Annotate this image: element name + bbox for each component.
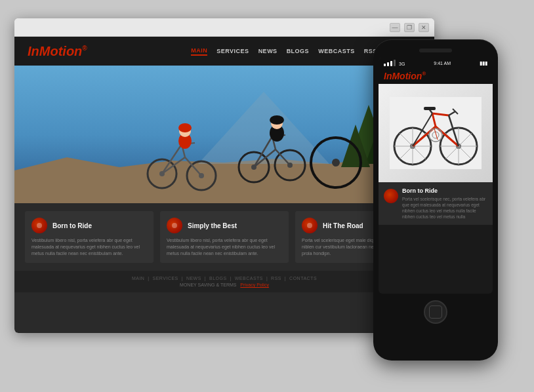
browser-close-button[interactable]: ✕ xyxy=(419,23,429,32)
phone-home-button[interactable] xyxy=(424,300,447,324)
svg-point-18 xyxy=(178,123,192,132)
phone-logo-prefix: In xyxy=(384,71,392,81)
desktop-browser: — ❐ ✕ InMotion® MAIN SERVICES NEWS BLOGS… xyxy=(14,18,434,333)
card-icon-1 xyxy=(31,218,47,233)
phone-hero-image xyxy=(379,84,493,182)
nav-news[interactable]: NEWS xyxy=(258,48,277,54)
footer-nav: MAIN | SERVICES | NEWS | BLOGS | WEBCAST… xyxy=(25,276,424,281)
browser-titlebar: — ❐ ✕ xyxy=(14,18,434,37)
nav-services[interactable]: SERVICES xyxy=(216,48,249,54)
phone-card-icon xyxy=(384,189,398,203)
card-text-2: Vestibulum libero nisl, porta velefera a… xyxy=(167,237,282,256)
card-title-1: Born to Ride xyxy=(52,222,92,229)
svg-rect-55 xyxy=(424,107,436,110)
card-header-2: Simply the Best xyxy=(167,218,282,233)
phone-logo-brand: Motion xyxy=(392,71,422,81)
nav-blogs[interactable]: BLOGS xyxy=(287,48,310,54)
card-title-2: Simply the Best xyxy=(188,222,237,229)
savings-text: MONEY SAVING xyxy=(180,283,215,287)
nav-webcasts[interactable]: WEBCASTS xyxy=(318,48,355,54)
signal-bar-2 xyxy=(387,62,389,66)
cards-row: Born to Ride Vestibulum libero nisl, por… xyxy=(14,203,434,271)
phone-screen: 3G 9:41 AM ▮▮▮ InMotion® xyxy=(379,58,493,294)
card-header-1: Born to Ride xyxy=(31,218,147,233)
site-footer: MAIN | SERVICES | NEWS | BLOGS | WEBCAST… xyxy=(14,271,434,292)
phone-card-title: Born to Ride xyxy=(402,187,487,194)
signal-bar-4 xyxy=(394,60,396,66)
site-header: InMotion® MAIN SERVICES NEWS BLOGS WEBCA… xyxy=(14,37,434,66)
logo-brand: Motion xyxy=(39,44,83,58)
nav-main[interactable]: MAIN xyxy=(191,47,207,56)
privacy-policy-link[interactable]: Privacy Policy xyxy=(240,283,269,287)
site-logo: InMotion® xyxy=(28,44,87,59)
browser-content: InMotion® MAIN SERVICES NEWS BLOGS WEBCA… xyxy=(14,37,434,333)
phone-card-content: Born to Ride Porta vel scelerisque nec, … xyxy=(402,187,487,220)
svg-point-32 xyxy=(332,159,340,167)
phone-status-bar: 3G 9:41 AM ▮▮▮ xyxy=(379,58,493,68)
phone-time: 9:41 AM xyxy=(434,61,451,66)
scene: — ❐ ✕ InMotion® MAIN SERVICES NEWS BLOGS… xyxy=(0,0,534,392)
card-text-1: Vestibulum libero nisl, porta velefera a… xyxy=(31,237,147,256)
phone-card: Born to Ride Porta vel scelerisque nec, … xyxy=(379,182,493,225)
phone-home-button-inner xyxy=(429,305,442,319)
network-type: 3G xyxy=(399,62,405,66)
phone-card-text: Porta vel scelerisque nec, porta velefer… xyxy=(402,196,487,220)
logo-prefix: In xyxy=(28,44,39,58)
mobile-phone: 3G 9:41 AM ▮▮▮ InMotion® xyxy=(373,39,498,361)
card-icon-2 xyxy=(167,218,182,233)
phone-header: InMotion® xyxy=(379,68,493,84)
svg-marker-2 xyxy=(14,157,434,203)
browser-minimize-button[interactable]: — xyxy=(390,23,400,32)
card-born-to-ride: Born to Ride Vestibulum libero nisl, por… xyxy=(25,211,154,263)
savings-separator: & TERMS xyxy=(216,283,239,287)
logo-reg: ® xyxy=(82,45,87,52)
phone-speaker xyxy=(419,49,452,52)
hero-area xyxy=(14,66,434,203)
phone-bike-svg xyxy=(390,97,482,169)
phone-battery: ▮▮▮ xyxy=(480,60,487,66)
phone-signal-indicator: 3G xyxy=(384,60,405,66)
card-title-3: Hit The Road xyxy=(323,222,363,229)
svg-point-30 xyxy=(270,115,284,125)
hero-image xyxy=(14,66,434,203)
card-simply-best: Simply the Best Vestibulum libero nisl, … xyxy=(160,211,289,263)
phone-logo-reg: ® xyxy=(422,71,426,77)
signal-bar-3 xyxy=(390,61,392,66)
phone-logo: InMotion® xyxy=(384,71,426,81)
browser-maximize-button[interactable]: ❐ xyxy=(404,23,415,32)
footer-savings: MONEY SAVING & TERMS Privacy Policy xyxy=(25,283,424,287)
signal-bar-1 xyxy=(384,64,386,66)
card-icon-3 xyxy=(302,218,318,233)
